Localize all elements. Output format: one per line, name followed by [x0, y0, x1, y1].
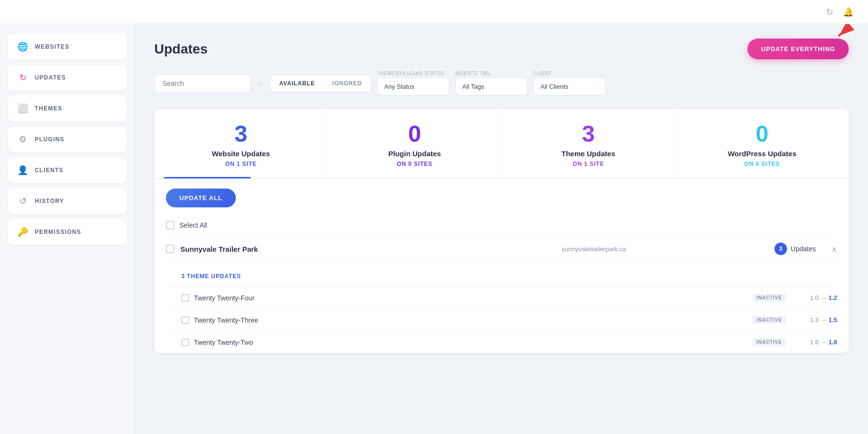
status-badge-2: INACTIVE	[753, 316, 786, 324]
globe-icon: 🌐	[17, 41, 28, 52]
sidebar: 🌐 WEBSITES ↻ UPDATES ⬜ THEMES ⚙ PLUGINS …	[0, 24, 135, 434]
plugin-updates-label: Plugin Updates	[338, 149, 491, 158]
sidebar-item-label-clients: CLIENTS	[35, 167, 64, 174]
star-icon[interactable]: ☆	[257, 78, 264, 89]
theme-name-1: Twenty Twenty-Four	[194, 294, 748, 302]
wordpress-updates-label: WordPress Updates	[685, 149, 839, 158]
select-all-checkbox[interactable]	[166, 221, 175, 230]
filter-bar: ☆ AVAILABLE IGNORED THEMES/PLUGINS STATU…	[154, 71, 849, 95]
tab-indicator	[164, 177, 251, 178]
site-row: Sunnyvale Trailer Park sunnyvaletrailerp…	[166, 235, 837, 263]
update-actions: UPDATE ALL	[166, 189, 837, 207]
search-input[interactable]	[154, 74, 251, 93]
theme-item-3: Twenty Twenty-Two INACTIVE 1.6 → 1.8	[166, 331, 837, 353]
status-badge-3: INACTIVE	[753, 338, 786, 346]
select-all-row: Select All	[166, 216, 837, 235]
wordpress-updates-sub: ON 0 SITES	[685, 161, 839, 167]
select-all-label: Select All	[179, 221, 207, 229]
updates-badge: 3 Updates	[774, 243, 816, 255]
available-ignored-toggle: AVAILABLE IGNORED	[270, 75, 371, 92]
website-updates-sub: ON 1 SITE	[164, 161, 318, 167]
sidebar-item-themes[interactable]: ⬜ THEMES	[8, 95, 127, 122]
sidebar-item-label-permissions: PERMISSIONS	[35, 229, 81, 235]
sidebar-item-history[interactable]: ↺ HISTORY	[8, 188, 127, 214]
site-checkbox[interactable]	[166, 244, 175, 253]
main-content: Updates UPDATE EVERYTHING ☆ AVAIL	[135, 24, 868, 434]
tag-filter-group: WEBSITE TAG All Tags	[455, 71, 528, 95]
website-updates-label: Website Updates	[164, 149, 318, 158]
stat-theme-updates: 3 Theme Updates ON 1 SITE	[502, 109, 676, 177]
tab-available[interactable]: AVAILABLE	[271, 75, 324, 92]
sidebar-item-label-updates: UPDATES	[35, 74, 66, 81]
page-title: Updates	[154, 41, 207, 57]
sidebar-item-plugins[interactable]: ⚙ PLUGINS	[8, 126, 127, 152]
sidebar-item-permissions[interactable]: 🔑 PERMISSIONS	[8, 219, 127, 245]
sidebar-item-label-plugins: PLUGINS	[35, 136, 65, 143]
sidebar-item-label-themes: THEMES	[35, 105, 62, 112]
updates-count-badge: 3	[774, 243, 787, 255]
refresh-icon[interactable]: ↻	[826, 7, 833, 17]
clients-icon: 👤	[17, 165, 28, 176]
status-filter-label: THEMES/PLUGINS STATUS	[377, 71, 449, 76]
updates-icon: ↻	[17, 72, 28, 83]
updates-label-text: Updates	[791, 245, 816, 253]
update-panel: UPDATE ALL Select All Sunnyvale Trailer …	[154, 179, 849, 353]
update-all-button[interactable]: UPDATE ALL	[166, 189, 236, 207]
theme-updates-section: 3 THEME UPDATES Twenty Twenty-Four INACT…	[166, 263, 837, 353]
update-everything-container: UPDATE EVERYTHING	[747, 39, 849, 59]
theme-updates-sub: ON 1 SITE	[512, 161, 665, 167]
theme-item-2: Twenty Twenty-Three INACTIVE 1.3 → 1.5	[166, 309, 837, 331]
tag-filter-select[interactable]: All Tags	[455, 78, 528, 95]
status-filter-select[interactable]: Any Status	[377, 78, 449, 95]
theme-checkbox-1[interactable]	[181, 294, 189, 302]
status-badge-1: INACTIVE	[753, 294, 786, 302]
theme-updates-count-label: 3 THEME UPDATES	[166, 268, 837, 286]
theme-name-3: Twenty Twenty-Two	[194, 339, 748, 346]
sidebar-item-clients[interactable]: 👤 CLIENTS	[8, 157, 127, 183]
theme-checkbox-2[interactable]	[181, 316, 189, 324]
plugins-icon: ⚙	[17, 134, 28, 145]
site-name: Sunnyvale Trailer Park	[180, 245, 413, 253]
wordpress-updates-number: 0	[685, 122, 839, 146]
website-updates-number: 3	[164, 122, 318, 146]
stats-row: 3 Website Updates ON 1 SITE 0 Plugin Upd…	[154, 109, 849, 177]
themes-icon: ⬜	[17, 103, 28, 114]
theme-updates-label: Theme Updates	[512, 149, 665, 158]
stat-plugin-updates: 0 Plugin Updates ON 0 SITES	[328, 109, 502, 177]
version-text-2: 1.3 → 1.5	[810, 316, 837, 324]
sidebar-item-updates[interactable]: ↻ UPDATES	[8, 65, 127, 91]
update-everything-button[interactable]: UPDATE EVERYTHING	[747, 39, 849, 59]
tab-ignored[interactable]: IGNORED	[324, 75, 371, 92]
client-filter-label: CLIENT	[533, 71, 606, 76]
plugin-updates-sub: ON 0 SITES	[338, 161, 491, 167]
permissions-icon: 🔑	[17, 227, 28, 237]
version-text-3: 1.6 → 1.8	[810, 339, 837, 346]
theme-updates-number: 3	[512, 122, 665, 146]
site-url: sunnyvaletrailerpark.ca	[419, 245, 769, 253]
theme-checkbox-3[interactable]	[181, 339, 189, 346]
version-text-1: 1.0 → 1.2	[810, 294, 837, 301]
theme-item-1: Twenty Twenty-Four INACTIVE 1.0 → 1.2	[166, 286, 837, 309]
client-filter-select[interactable]: All Clients	[533, 78, 606, 95]
stat-wordpress-updates: 0 WordPress Updates ON 0 SITES	[676, 109, 849, 177]
sidebar-item-label-history: HISTORY	[35, 198, 64, 204]
stat-website-updates: 3 Website Updates ON 1 SITE	[154, 109, 328, 177]
sidebar-item-label-websites: WEBSITES	[35, 43, 69, 50]
history-icon: ↺	[17, 196, 28, 206]
page-header: Updates UPDATE EVERYTHING	[154, 39, 849, 59]
sidebar-item-websites[interactable]: 🌐 WEBSITES	[8, 34, 127, 60]
theme-name-2: Twenty Twenty-Three	[194, 316, 748, 324]
top-bar: ↻ 🔔	[0, 0, 868, 24]
bell-icon[interactable]: 🔔	[843, 7, 854, 17]
plugin-updates-number: 0	[338, 122, 491, 146]
chevron-up-icon[interactable]: ∧	[831, 244, 837, 254]
client-filter-group: CLIENT All Clients	[533, 71, 606, 95]
app-body: 🌐 WEBSITES ↻ UPDATES ⬜ THEMES ⚙ PLUGINS …	[0, 24, 868, 434]
status-filter-group: THEMES/PLUGINS STATUS Any Status	[377, 71, 449, 95]
tag-filter-label: WEBSITE TAG	[455, 71, 528, 76]
